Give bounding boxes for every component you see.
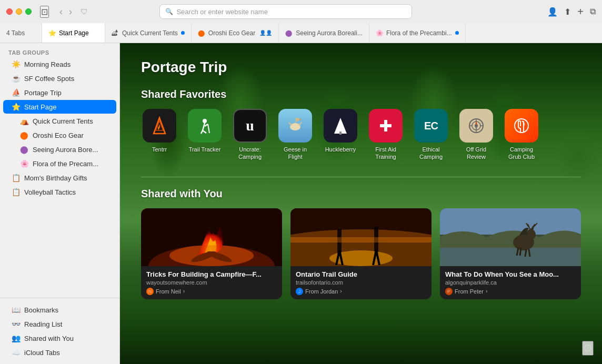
- svg-marker-10: [334, 118, 347, 134]
- new-tab-button[interactable]: +: [577, 6, 584, 18]
- favorite-firstaid[interactable]: First Aid Training: [367, 109, 404, 161]
- tentrr-icon: [143, 109, 176, 143]
- sidebar-item-moms-birthday[interactable]: 📋 Mom's Birthday Gifts: [3, 171, 116, 185]
- sidebar-item-icloud-tabs[interactable]: ☁️ iCloud Tabs: [3, 346, 116, 359]
- svg-point-47: [527, 229, 536, 240]
- svg-line-49: [520, 248, 521, 256]
- svg-point-2: [203, 119, 207, 123]
- sidebar-item-volleyball[interactable]: 📋 Volleyball Tactics: [3, 185, 116, 199]
- sidebar-item-oroshi[interactable]: ⬤ Oroshi Eco Gear: [3, 128, 116, 142]
- shared-card-ontario[interactable]: Ontario Trail Guide trailsofontario.com …: [290, 208, 432, 299]
- huckleberry-icon: [324, 109, 357, 143]
- tab-overview-button[interactable]: ⧉: [590, 7, 596, 16]
- favorite-tentrr[interactable]: Tentrr: [141, 109, 178, 161]
- sidebar-label-volleyball: Volleyball Tactics: [24, 188, 76, 196]
- shared-with-you-icon: 👥: [12, 334, 20, 342]
- profile-button[interactable]: 👤: [547, 7, 558, 17]
- favorite-uncrate[interactable]: u Uncrate: Camping: [232, 109, 268, 161]
- sidebar-item-sf-coffee[interactable]: ☕ SF Coffee Spots: [3, 72, 116, 85]
- firstaid-icon: [369, 109, 403, 143]
- sidebar-item-start-page[interactable]: ⭐ Start Page: [3, 100, 116, 114]
- shield-icon: 🛡: [81, 7, 88, 16]
- favorites-grid: Tentrr: [141, 109, 581, 161]
- back-button[interactable]: ‹: [57, 5, 65, 18]
- geese-icon: [278, 109, 312, 143]
- favorite-camping-grub[interactable]: Camping Grub Club: [503, 109, 540, 161]
- sidebar-toggle-button[interactable]: ⊡: [40, 6, 49, 18]
- tab-favicon-quickcurrent: 🏕: [112, 29, 119, 37]
- favorite-ethical[interactable]: EC Ethical Camping: [413, 109, 449, 161]
- tab-aurora[interactable]: ⬤ Seeing Aurora Boreali...: [279, 23, 369, 43]
- shared-card-campfire[interactable]: Tricks For Building a Campfire—F... wayo…: [141, 208, 282, 299]
- favorites-section-title: Shared Favorites: [141, 88, 581, 100]
- tab-groups-header: Tab Groups: [0, 43, 58, 58]
- tab-oroshi[interactable]: ⬤ Oroshi Eco Gear 👤👤: [192, 23, 279, 43]
- share-button[interactable]: ⬆: [564, 7, 571, 17]
- ontario-card-from[interactable]: J From Jordan ›: [296, 288, 426, 295]
- aurora-icon: ⬤: [20, 145, 28, 154]
- traffic-lights: [6, 8, 32, 15]
- sidebar-label-quick-current: Quick Current Tents: [33, 117, 93, 125]
- moose-card-bottom: What To Do When You See a Moo... algonqu…: [440, 266, 581, 299]
- minimize-button[interactable]: [16, 8, 22, 15]
- sidebar: Tab Groups ☀️ Morning Reads ☕ SF Coffee …: [0, 43, 120, 364]
- sidebar-item-aurora[interactable]: ⬤ Seeing Aurora Bore...: [3, 143, 116, 156]
- icloud-tabs-icon: ☁️: [12, 348, 20, 357]
- moose-from-label: From Peter: [455, 288, 484, 295]
- sidebar-label-aurora: Seeing Aurora Bore...: [33, 146, 98, 154]
- favorite-huckleberry[interactable]: Huckleberry: [322, 109, 359, 161]
- campfire-card-bottom: Tricks For Building a Campfire—F... wayo…: [141, 266, 282, 299]
- favorite-trail-tracker[interactable]: Trail Tracker: [186, 109, 223, 161]
- offgrid-label: Off Grid Review: [458, 146, 495, 161]
- forward-button[interactable]: ›: [67, 5, 74, 18]
- sidebar-item-quick-current[interactable]: ⛺ Quick Current Tents: [3, 114, 116, 128]
- offgrid-icon: [459, 109, 493, 143]
- sidebar-label-flora: Flora of the Precam...: [33, 160, 98, 168]
- shared-section-title: Shared with You: [141, 188, 581, 200]
- sidebar-tabs-count: 4 Tabs: [0, 23, 42, 43]
- tab-start-page[interactable]: ⭐ Start Page: [42, 23, 105, 43]
- fullscreen-button[interactable]: [25, 8, 32, 15]
- oroshi-avatar: 👤👤: [259, 30, 272, 36]
- sidebar-item-morning-reads[interactable]: ☀️ Morning Reads: [3, 57, 116, 71]
- title-bar: ⊡ ‹ › 🛡 🔍 Search or enter website name 👤…: [0, 0, 602, 23]
- sidebar-label-icloud-tabs: iCloud Tabs: [24, 349, 60, 357]
- campfire-from-label: From Neil: [156, 288, 181, 295]
- section-divider: [141, 177, 581, 177]
- shared-card-moose[interactable]: What To Do When You See a Moo... algonqu…: [440, 208, 581, 299]
- tab-quick-current[interactable]: 🏕 Quick Current Tents: [105, 23, 192, 43]
- start-page-icon: ⭐: [12, 103, 20, 111]
- svg-point-16: [475, 124, 478, 127]
- sidebar-item-portage-trip[interactable]: ⛵ Portage Trip: [3, 86, 116, 99]
- sidebar-item-shared-with-you[interactable]: 👥 Shared with You: [3, 331, 116, 345]
- geese-label: Geese in Flight: [277, 146, 314, 161]
- right-icons: 👤 ⬆ + ⧉: [547, 6, 596, 18]
- svg-line-50: [525, 249, 526, 257]
- tab-label-flora: Flora of the Precambi...: [386, 29, 452, 37]
- neil-avatar: N: [146, 288, 154, 295]
- sidebar-label-portage-trip: Portage Trip: [24, 89, 62, 97]
- search-bar[interactable]: 🔍 Search or enter website name: [159, 4, 412, 19]
- sidebar-item-flora[interactable]: 🌸 Flora of the Precam...: [3, 157, 116, 170]
- svg-line-3: [203, 123, 205, 130]
- morning-reads-icon: ☀️: [12, 60, 20, 68]
- sidebar-item-bookmarks[interactable]: 📖 Bookmarks: [3, 303, 116, 317]
- campfire-card-title: Tricks For Building a Campfire—F...: [146, 270, 277, 278]
- sidebar-item-reading-list[interactable]: 👓 Reading List: [3, 317, 116, 331]
- favorite-geese[interactable]: Geese in Flight: [277, 109, 314, 161]
- campfire-card-from[interactable]: N From Neil ›: [146, 288, 277, 295]
- search-icon: 🔍: [165, 8, 173, 15]
- sidebar-label-bookmarks: Bookmarks: [24, 306, 58, 314]
- page-title: Portage Trip: [141, 59, 581, 76]
- tab-favicon-flora: 🌸: [376, 29, 383, 37]
- tab-label-oroshi: Oroshi Eco Gear: [208, 29, 255, 37]
- sidebar-label-reading-list: Reading List: [24, 320, 62, 328]
- moose-card-from[interactable]: P From Peter ›: [445, 288, 576, 295]
- sf-coffee-icon: ☕: [12, 74, 20, 83]
- tab-flora[interactable]: 🌸 Flora of the Precambi...: [369, 23, 466, 43]
- svg-point-23: [515, 119, 528, 133]
- sidebar-label-moms-birthday: Mom's Birthday Gifts: [24, 174, 87, 182]
- close-button[interactable]: [6, 8, 13, 15]
- favorite-offgrid[interactable]: Off Grid Review: [458, 109, 495, 161]
- sidebar-label-start-page: Start Page: [24, 103, 56, 111]
